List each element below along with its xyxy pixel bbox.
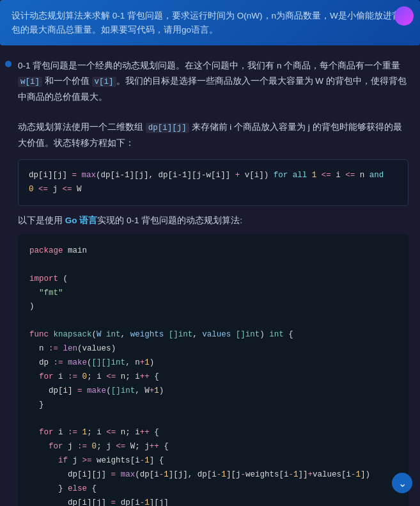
scroll-down-button[interactable]: ⌄ (392, 473, 412, 493)
banner-text: 设计动态规划算法来求解 0-1 背包问题，要求运行时间为 O(nW)，n为商品数… (12, 11, 401, 35)
code-line-10: } (29, 399, 397, 413)
code-line-empty-2 (29, 314, 397, 328)
formula-line1: dp[i][j] = max(dp[i-1][j], dp[i-1][j-w[i… (29, 169, 398, 182)
section-title-highlight: Go 语言 (65, 216, 98, 225)
code-inline-vi: v[i] (92, 77, 116, 87)
left-dot-indicator (5, 61, 12, 67)
chevron-down-icon: ⌄ (398, 477, 407, 489)
main-content: 0-1 背包问题是一个经典的动态规划问题。在这个问题中，我们有 n 个商品，每个… (0, 52, 420, 506)
description-para2: 动态规划算法使用一个二维数组 dp[i][j] 来存储前 i 个商品放入容量为 … (18, 120, 408, 151)
code-line-9: dp[i] = make([]int, W+1) (29, 384, 397, 399)
code-line-16: dp[i][j] = dp[i-1][j] (29, 496, 397, 506)
code-line-4: ) (29, 300, 397, 314)
formula-box: dp[i][j] = max(dp[i-1][j], dp[i-1][j-w[i… (18, 159, 408, 206)
code-line-5: func knapsack(W int, weights []int, valu… (29, 328, 397, 342)
code-line-3: "fmt" (29, 287, 397, 301)
top-banner: 设计动态规划算法来求解 0-1 背包问题，要求运行时间为 O(nW)，n为商品数… (0, 0, 420, 45)
code-line-2: import ( (29, 273, 397, 287)
code-line-7: dp := make([][]int, n+1) (29, 356, 397, 370)
avatar (394, 6, 414, 26)
formula-line2: 0 <= j <= W (29, 183, 398, 196)
description-para1: 0-1 背包问题是一个经典的动态规划问题。在这个问题中，我们有 n 个商品，每个… (18, 58, 408, 104)
code-inline-dp: dp[i][j] (146, 123, 189, 133)
code-block: package main import ( "fmt" ) func knaps… (18, 234, 408, 506)
code-line-11: for i := 1; i <= n; i++ { (29, 426, 397, 440)
code-line-1: package main (29, 244, 397, 258)
description-block: 0-1 背包问题是一个经典的动态规划问题。在这个问题中，我们有 n 个商品，每个… (18, 58, 408, 150)
code-line-13: if j >= weights[i-1] { (29, 454, 397, 468)
code-line-14: dp[i][j] = max(dp[i-1][j], dp[i-1][j-wei… (29, 468, 397, 482)
code-line-6: n := len(values) (29, 342, 397, 356)
section-title: 以下是使用 Go 语言实现的 0-1 背包问题的动态规划算法: (18, 215, 408, 226)
code-line-12: for j := 0; j <= W; j++ { (29, 440, 397, 454)
code-inline-wi: w[i] (18, 77, 42, 87)
code-line-empty-1 (29, 258, 397, 273)
code-line-empty-3 (29, 412, 397, 426)
code-line-15: } else { (29, 482, 397, 496)
code-line-8: for i := 0; i <= n; i++ { (29, 370, 397, 384)
